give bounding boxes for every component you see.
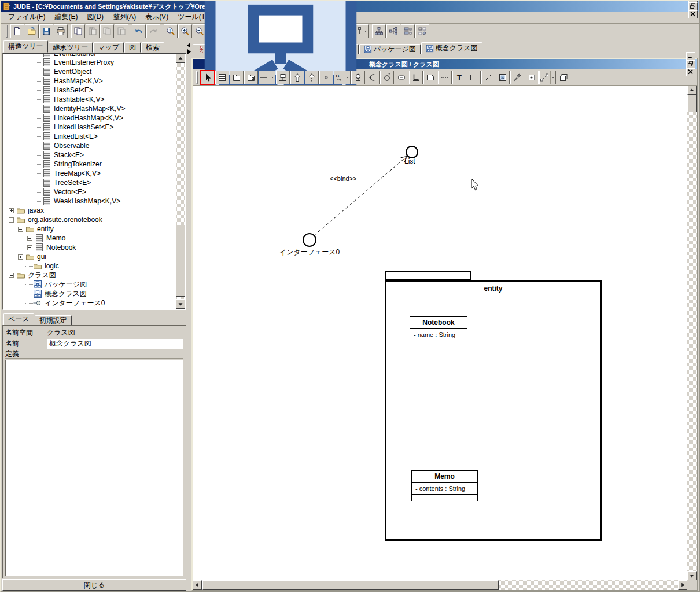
tree-item[interactable]: クラス図 — [3, 271, 176, 280]
tree-item[interactable]: EventObject — [3, 67, 176, 76]
subsystem-button[interactable] — [244, 71, 258, 84]
tree-item[interactable]: Observable — [3, 141, 176, 150]
anchor-button[interactable] — [409, 71, 423, 84]
interface-node[interactable] — [303, 234, 316, 246]
class-button[interactable] — [215, 71, 229, 84]
menu-ファイル(F)[interactable]: ファイル(F) — [3, 11, 50, 23]
scroll-up-button[interactable] — [176, 54, 185, 63]
tree-item[interactable]: StringTokenizer — [3, 160, 176, 169]
tree-item[interactable]: Notebook — [3, 243, 176, 252]
print-button[interactable] — [54, 24, 68, 38]
scroll-down-button[interactable] — [176, 299, 185, 309]
note-button[interactable] — [423, 71, 437, 84]
tree-item[interactable]: logic — [3, 261, 176, 271]
usage-button[interactable] — [380, 71, 394, 84]
menu-図(D)[interactable]: 図(D) — [82, 11, 108, 23]
scroll-left-button[interactable] — [193, 580, 202, 590]
close-button[interactable]: 閉じる — [2, 579, 186, 591]
tree-item[interactable]: EventListener — [3, 54, 176, 58]
diagram-tab-パッケージ図[interactable]: パッケージ図 — [359, 44, 421, 54]
tree-item[interactable]: EventListenerProxy — [3, 58, 176, 67]
copy-special-button[interactable] — [100, 24, 114, 38]
tree-item[interactable]: Vector<E> — [3, 187, 176, 197]
collapse-icon[interactable] — [9, 273, 14, 278]
tool-button[interactable] — [510, 71, 524, 84]
tree-item[interactable]: LinkedList<E> — [3, 132, 176, 141]
tree-item[interactable]: Stack<E> — [3, 150, 176, 160]
provided-interface-button[interactable] — [351, 71, 365, 84]
note-anchor-button[interactable] — [395, 71, 408, 84]
interface-node[interactable] — [406, 146, 418, 158]
canvas-horizontal-scrollbar[interactable] — [193, 580, 687, 590]
paste-special-button[interactable] — [115, 24, 128, 38]
scroll-down-button[interactable] — [687, 571, 697, 580]
close-button[interactable] — [688, 10, 698, 18]
scroll-up-button[interactable] — [687, 86, 697, 95]
zoom-actual-button[interactable]: 1 — [164, 24, 178, 38]
tree-item[interactable]: org.akisute.orenotebook — [3, 215, 176, 224]
restore-button[interactable] — [688, 2, 698, 10]
new-button[interactable] — [10, 24, 24, 38]
tree-item[interactable]: LinkedHashSet<E> — [3, 123, 176, 132]
required-interface-button[interactable] — [366, 71, 380, 84]
collapse-right-icon[interactable] — [187, 49, 191, 54]
diagram-canvas[interactable]: Listインターフェース0<<bind>>entityNotebook- nam… — [193, 86, 687, 580]
package-tab[interactable] — [385, 271, 471, 280]
rectangle-button[interactable] — [467, 71, 481, 84]
tab-検索[interactable]: 検索 — [141, 42, 164, 53]
collapse-icon[interactable] — [18, 227, 23, 232]
layout-tree-horizontal-button[interactable] — [386, 24, 400, 38]
open-button[interactable] — [25, 24, 39, 38]
tree-item[interactable]: javax — [3, 206, 176, 215]
tab-継承ツリー[interactable]: 継承ツリー — [49, 42, 93, 53]
association-class-button[interactable] — [276, 71, 290, 84]
class-Notebook[interactable]: Notebook- name : String — [410, 316, 467, 347]
collapse-left-icon[interactable] — [187, 43, 191, 48]
tree-item[interactable]: インターフェース0 — [3, 298, 176, 308]
tree-item[interactable]: IdentityHashMap<K,V> — [3, 104, 176, 113]
text-button[interactable]: T — [452, 71, 466, 84]
tree-item[interactable]: HashSet<E> — [3, 86, 176, 95]
dropdown-arrow-icon[interactable] — [345, 71, 350, 84]
layers-button[interactable] — [557, 71, 570, 84]
tab-マップ[interactable]: マップ — [93, 42, 124, 53]
tree-item[interactable]: TreeSet<E> — [3, 178, 176, 187]
toolbar-grip[interactable] — [6, 25, 8, 38]
generalization-button[interactable] — [290, 71, 304, 84]
undo-button[interactable] — [132, 24, 146, 38]
polyline-button[interactable] — [539, 71, 556, 84]
tree-item[interactable]: HashMap<K,V> — [3, 76, 176, 86]
canvas-vertical-scrollbar[interactable] — [687, 86, 697, 580]
zoom-in-button[interactable] — [178, 24, 192, 38]
scroll-right-button[interactable] — [678, 580, 687, 590]
image-button[interactable] — [496, 71, 510, 84]
collapse-icon[interactable] — [9, 217, 14, 223]
tree-item[interactable]: 概念クラス図 — [3, 289, 176, 298]
association-button[interactable] — [259, 71, 275, 84]
redo-button[interactable] — [146, 24, 160, 38]
instance-button[interactable] — [319, 71, 333, 84]
diagram-window-titlebar[interactable]: 概念クラス図 / クラス図 — [193, 59, 697, 69]
paste-button[interactable] — [86, 24, 100, 38]
tree-item[interactable]: LinkedHashMap<K,V> — [3, 113, 176, 123]
dropdown-arrow-icon[interactable] — [270, 71, 275, 84]
tree-vertical-scrollbar[interactable] — [176, 54, 185, 309]
menu-編集(E)[interactable]: 編集(E) — [50, 11, 82, 23]
package-button[interactable] — [230, 71, 244, 84]
tree-item[interactable]: Hashtable<K,V> — [3, 95, 176, 104]
name-input[interactable] — [47, 339, 183, 349]
line-button[interactable] — [481, 71, 495, 84]
tab-構造ツリー[interactable]: 構造ツリー — [3, 40, 48, 53]
restore-button[interactable] — [686, 60, 695, 68]
layout-auto-button[interactable] — [415, 24, 429, 38]
expand-icon[interactable] — [9, 208, 14, 213]
toolbar-grip[interactable] — [196, 71, 198, 84]
scroll-thumb[interactable] — [687, 95, 697, 112]
tree-item[interactable]: WeakHashMap<K,V> — [3, 197, 176, 206]
template-binding-button[interactable]: B — [334, 71, 351, 84]
tab-初期設定[interactable]: 初期設定 — [35, 315, 72, 325]
tree-item[interactable]: gui — [3, 252, 176, 261]
tree-item[interactable]: パッケージ図 — [3, 280, 176, 289]
save-button[interactable] — [39, 24, 53, 38]
expand-icon[interactable] — [18, 254, 23, 260]
